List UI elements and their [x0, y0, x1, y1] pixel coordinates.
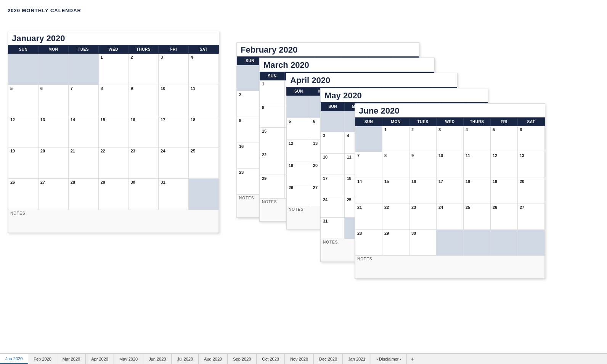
- table-row: 26 27 28 29 30 31: [8, 179, 219, 210]
- table-cell: 24: [437, 204, 464, 230]
- tab-mar-2020[interactable]: Mar 2020: [57, 354, 86, 364]
- table-row: 14 15 16 17 18 19 20: [355, 178, 545, 204]
- table-cell: 21: [68, 148, 98, 179]
- jan-sat: SAT: [189, 45, 219, 54]
- table-cell: 9: [128, 85, 159, 116]
- jun-tues: TUES: [409, 118, 437, 126]
- june-grid: SUN MON TUES WED THURS FRI SAT 1: [355, 117, 545, 279]
- table-cell: 14: [68, 116, 98, 148]
- table-cell: 20: [38, 148, 68, 179]
- table-cell: 5: [491, 126, 518, 152]
- table-cell: 13: [518, 152, 545, 178]
- april-title: April 2020: [286, 73, 457, 87]
- table-cell: 7: [355, 152, 382, 178]
- march-title: March 2020: [260, 58, 434, 72]
- table-cell: 14: [355, 178, 382, 204]
- table-cell: [38, 54, 68, 85]
- table-cell: 13: [38, 116, 68, 148]
- table-cell: [355, 126, 382, 152]
- table-cell: [464, 230, 491, 256]
- table-cell: 18: [464, 178, 491, 204]
- table-cell: 11: [189, 85, 219, 116]
- jan-fri: FRI: [159, 45, 189, 54]
- table-cell: 31: [159, 179, 189, 210]
- tab-feb-2020[interactable]: Feb 2020: [28, 354, 57, 364]
- june-title: June 2020: [355, 104, 545, 117]
- table-cell: 10: [159, 85, 189, 116]
- table-cell: 10: [321, 154, 345, 175]
- table-cell: [518, 230, 545, 256]
- table-cell: [437, 230, 464, 256]
- table-cell: 3: [321, 132, 345, 154]
- tab-jan-2020[interactable]: Jan 2020: [0, 354, 28, 364]
- table-cell: [68, 54, 98, 85]
- main-container: 2020 MONTHLY CALENDAR January 2020 SUN M…: [0, 0, 607, 364]
- tab-may-2020[interactable]: May 2020: [114, 354, 143, 364]
- table-cell: 30: [409, 230, 437, 256]
- tab-sep-2020[interactable]: Sep 2020: [228, 354, 257, 364]
- tab-jan-2021[interactable]: Jan 2021: [343, 354, 371, 364]
- table-cell: 12: [8, 116, 39, 148]
- jun-wed: WED: [437, 118, 464, 126]
- jan-mon: MON: [38, 45, 68, 54]
- table-cell: 7: [68, 85, 98, 116]
- tab-jun-2020[interactable]: Jun 2020: [143, 354, 172, 364]
- january-title: January 2020: [8, 31, 219, 45]
- calendars-area: January 2020 SUN MON TUES WED THURS FRI …: [8, 16, 599, 344]
- table-cell: 23: [409, 204, 437, 230]
- jan-wed: WED: [98, 45, 128, 54]
- tab-aug-2020[interactable]: Aug 2020: [199, 354, 228, 364]
- table-cell: 5: [8, 85, 39, 116]
- tab-dec-2020[interactable]: Dec 2020: [314, 354, 343, 364]
- may-title: May 2020: [321, 88, 488, 102]
- jun-fri: FRI: [491, 118, 518, 126]
- table-cell: 19: [8, 148, 39, 179]
- calendar-june: June 2020 SUN MON TUES WED THURS FRI SAT: [355, 103, 545, 279]
- table-row: 28 29 30: [355, 230, 545, 256]
- table-cell: 26: [491, 204, 518, 230]
- table-row: 21 22 23 24 25 26 27: [355, 204, 545, 230]
- table-cell: 25: [189, 148, 219, 179]
- table-cell: 2: [409, 126, 437, 152]
- table-cell: 26: [8, 179, 39, 210]
- tab-jul-2020[interactable]: Jul 2020: [172, 354, 199, 364]
- table-cell: 29: [382, 230, 409, 256]
- table-cell: 16: [409, 178, 437, 204]
- table-cell: 17: [321, 175, 345, 196]
- tab-add-button[interactable]: +: [407, 356, 418, 362]
- notes-cell: NOTES: [355, 256, 545, 279]
- table-cell: 19: [287, 162, 311, 184]
- tab-oct-2020[interactable]: Oct 2020: [257, 354, 285, 364]
- june-header-row: SUN MON TUES WED THURS FRI SAT: [355, 118, 545, 126]
- table-cell: 6: [38, 85, 68, 116]
- table-row: NOTES: [355, 256, 545, 279]
- table-cell: 28: [68, 179, 98, 210]
- table-cell: 29: [98, 179, 128, 210]
- tab-apr-2020[interactable]: Apr 2020: [86, 354, 114, 364]
- table-cell: 2: [128, 54, 159, 85]
- table-cell: 11: [464, 152, 491, 178]
- tab-nov-2020[interactable]: Nov 2020: [285, 354, 314, 364]
- table-cell: 26: [287, 184, 311, 206]
- table-cell: 22: [382, 204, 409, 230]
- table-row: 1 2 3 4: [8, 54, 219, 85]
- table-cell: 8: [98, 85, 128, 116]
- tab-disclaimer[interactable]: - Disclaimer -: [371, 354, 407, 364]
- page-content: 2020 MONTHLY CALENDAR January 2020 SUN M…: [0, 0, 607, 344]
- table-cell: 22: [260, 151, 285, 175]
- table-cell: 8: [260, 104, 285, 128]
- mar-sun: SUN: [260, 72, 285, 80]
- app-title: 2020 MONTHLY CALENDAR: [8, 8, 599, 13]
- table-cell: 8: [382, 152, 409, 178]
- table-cell: 29: [260, 175, 285, 199]
- table-cell: 27: [38, 179, 68, 210]
- table-cell: 23: [128, 148, 159, 179]
- table-cell: 24: [159, 148, 189, 179]
- january-header-row: SUN MON TUES WED THURS FRI SAT: [8, 45, 219, 54]
- table-cell: [321, 111, 345, 132]
- jan-sun: SUN: [8, 45, 39, 54]
- jun-sun: SUN: [355, 118, 382, 126]
- table-cell: 18: [189, 116, 219, 148]
- jan-thurs: THURS: [128, 45, 159, 54]
- table-cell: 28: [355, 230, 382, 256]
